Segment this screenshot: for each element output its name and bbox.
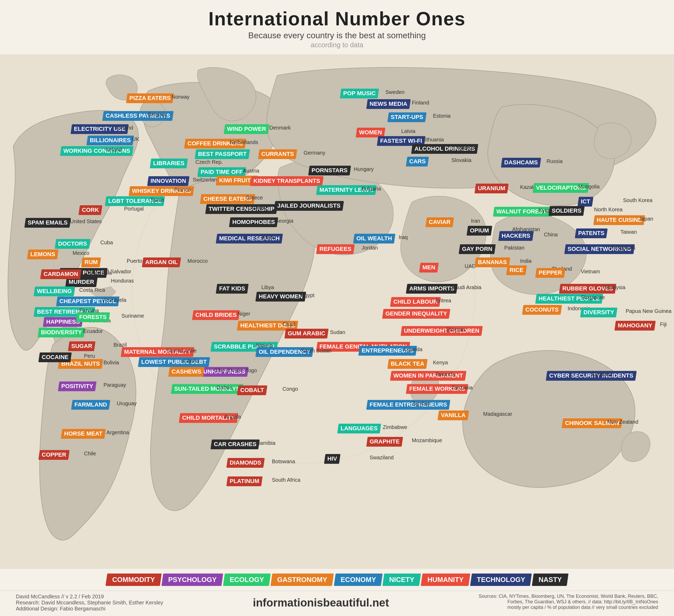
country-label-taiwan: Taiwan xyxy=(621,229,637,235)
map-label-spam-emails: SPAM EMAILS xyxy=(24,218,71,228)
map-label-billionaires: BILLIONAIRES xyxy=(86,136,134,145)
country-label-tanzania: Tanzania xyxy=(451,384,472,391)
map-label-platinum: PLATINUM xyxy=(226,476,262,486)
country-label-eritrea: Eritrea xyxy=(436,298,451,304)
map-area: POP MUSICSwedenPIZZA EATERSNorwayNEWS ME… xyxy=(0,54,674,569)
map-label-forests: FORESTS xyxy=(76,312,110,322)
country-label-suriname: Suriname xyxy=(121,313,144,319)
country-label-togo: Togo xyxy=(245,367,257,373)
map-label-child-labour: CHILD LABOUR xyxy=(390,297,441,307)
map-label-kidney-transplants: KIDNEY TRANSPLANTS xyxy=(250,176,323,186)
map-label-biodiversity: BIODIVERSITY xyxy=(37,328,85,337)
map-label-gender-inequality: GENDER INEQUALITY xyxy=(382,309,450,319)
country-label-uganda: Uganda xyxy=(404,346,422,352)
header: International Number Ones Because every … xyxy=(0,0,674,52)
country-label-slovakia: Slovakia xyxy=(451,157,471,163)
map-label-mahogany: MAHOGANY xyxy=(614,321,656,331)
footer: David McCandless // v 2.2 / Feb 2019Rese… xyxy=(0,591,674,614)
map-label-innovation: INNOVATION xyxy=(147,176,189,186)
country-label-zimbabwe: Zimbabwe xyxy=(383,424,407,430)
country-label-chile: Chile xyxy=(84,451,96,457)
country-label-pakistan: Pakistan xyxy=(504,245,525,251)
country-label-saudi-arabia: Saudi Arabia xyxy=(451,284,481,290)
country-label-swaziland: Swaziland xyxy=(370,455,394,461)
map-label-libraries: LIBRARIES xyxy=(150,159,188,168)
country-label-north-korea: North Korea xyxy=(594,206,623,213)
map-label-lemons: LEMONS xyxy=(27,250,59,259)
map-label-child-brides: CHILD BRIDES xyxy=(192,310,240,320)
country-label-cuba: Cuba xyxy=(100,240,113,246)
country-label-morocco: Morocco xyxy=(188,258,208,264)
map-label-currants: CURRANTS xyxy=(258,149,297,159)
country-label-philippines: Philippines xyxy=(610,245,636,251)
country-label-ireland: Ireland xyxy=(106,147,122,153)
country-label-lithuania: Lithuania xyxy=(422,137,444,143)
map-label-coconuts: COCONUTS xyxy=(522,305,562,315)
country-label-bulgaria: Bulgaria xyxy=(362,186,381,192)
map-label-pop-music: POP MUSIC xyxy=(340,89,379,99)
map-label-hackers: HACKERS xyxy=(498,231,534,241)
country-label-ethiopia: Ethiopia xyxy=(446,327,465,333)
map-label-languages: LANGUAGES xyxy=(337,424,381,434)
country-label-france: France xyxy=(174,187,191,193)
country-label-uk: UK xyxy=(132,136,139,142)
map-label-gay-porn: GAY PORN xyxy=(459,244,495,254)
map-label-cocaine: COCAINE xyxy=(38,352,72,362)
country-label-belgium: Belgium xyxy=(148,112,167,118)
map-label-heavy-women: HEAVY WOMEN xyxy=(255,292,306,302)
map-label-sugar: SUGAR xyxy=(68,341,96,351)
country-label-liberia: Liberia xyxy=(184,358,199,364)
map-label-oil-wealth: OIL WEALTH xyxy=(353,234,395,244)
country-label-mongolia: Mongolia xyxy=(578,184,599,190)
country-label-estonia: Estonia xyxy=(433,113,451,119)
country-label-côte-d'ivoire: Côte d'Ivoire xyxy=(214,367,243,373)
country-label-malaysia: Malaysia xyxy=(604,284,626,290)
country-label-latvia: Latvia xyxy=(401,128,415,134)
map-label-caviar: CAVIAR xyxy=(425,217,454,227)
country-label-chad: Chad xyxy=(283,321,295,327)
map-label-fat-kids: FAT KIDS xyxy=(216,284,248,294)
country-label-georgia: Georgia xyxy=(274,218,293,224)
map-label-copper: COPPER xyxy=(38,450,70,460)
map-label-opium: OPIUM xyxy=(466,226,492,236)
legend-item-technology: TECHNOLOGY xyxy=(470,574,532,586)
page-container: International Number Ones Because every … xyxy=(0,0,674,616)
legend-item-nicety: NICETY xyxy=(382,574,421,586)
country-label-spain: Spain xyxy=(150,197,164,203)
country-label-hungary: Hungary xyxy=(354,166,374,172)
country-label-switzerland: Switzerland xyxy=(193,177,220,183)
country-label-fiji: Fiji xyxy=(660,321,667,327)
legend: COMMODITYPSYCHOLOGYECOLOGYGASTRONOMYECON… xyxy=(0,569,674,591)
map-label-cork: CORK xyxy=(79,205,102,215)
map-label-cardamon: CARDAMON xyxy=(40,269,81,279)
map-label-sun-tailed-monkeys: SUN-TAILED MONKEYS xyxy=(171,384,243,394)
country-label-guatemala: Guatemala xyxy=(86,270,112,276)
map-label-bananas: BANANAS xyxy=(474,258,510,267)
country-label-sweden: Sweden xyxy=(385,89,405,95)
country-label-bolivia: Bolivia xyxy=(104,359,119,366)
map-label-refugees: REFUGEES xyxy=(316,244,355,254)
map-label-doctors: DOCTORS xyxy=(54,239,90,249)
country-label-south-korea: South Korea xyxy=(623,197,652,203)
country-label-germany: Germany xyxy=(304,150,325,156)
country-label-mexico: Mexico xyxy=(73,250,89,256)
map-label-farmland: FARMLAND xyxy=(71,400,110,410)
country-label-sierra-leone: Sierra Leone xyxy=(166,348,197,354)
country-label-norway: Norway xyxy=(172,94,190,100)
country-label-czech-rep.: Czech Rep. xyxy=(195,159,223,165)
country-label-sudan: Sudan xyxy=(330,329,345,335)
map-label-ict: ICT xyxy=(577,197,593,206)
country-label-uruguay: Uruguay xyxy=(117,401,137,407)
legend-item-commodity: COMMODITY xyxy=(106,574,161,586)
legend-item-humanity: HUMANITY xyxy=(421,574,470,586)
map-label-black-tea: BLACK TEA xyxy=(387,359,427,369)
country-label-papua-new-guinea: Papua New Guinea xyxy=(626,308,671,314)
country-label-congo: Congo xyxy=(283,386,298,392)
map-label-argan-oil: ARGAN OIL xyxy=(142,258,181,267)
country-label-india: India xyxy=(520,258,532,264)
country-label-singapore: Singapore xyxy=(581,294,605,300)
country-label-iran: Iran xyxy=(471,218,480,224)
country-label-united-states: United States xyxy=(70,218,102,224)
legend-item-ecology: ECOLOGY xyxy=(223,574,271,586)
map-label-wellbeing: WELLBEING xyxy=(33,287,75,296)
